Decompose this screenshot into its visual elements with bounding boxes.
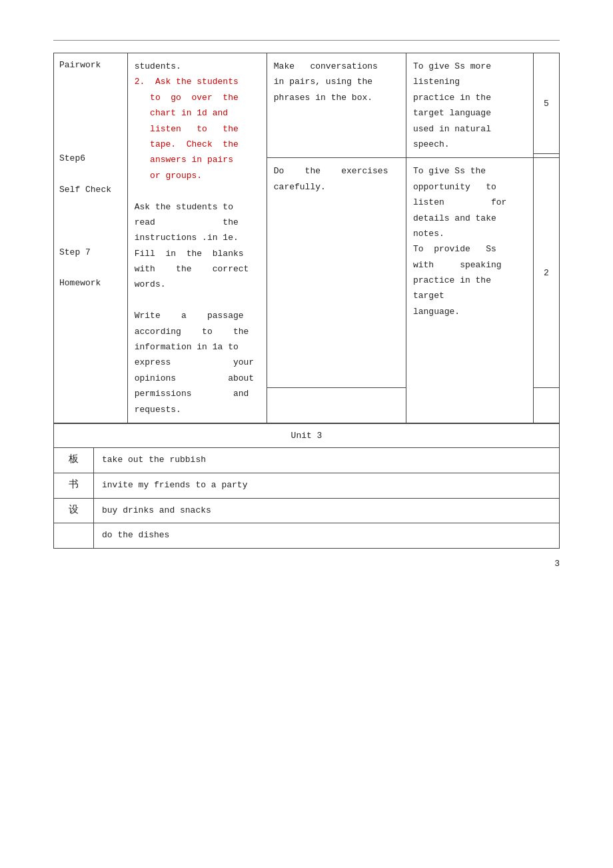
item-text-3: buy drinks and snacks [94,498,560,523]
zh-label-ban: 板 [54,448,94,473]
unit-header-text: Unit 3 [291,431,322,441]
mid-empty [267,388,406,423]
time-5: 5 [533,53,559,154]
item-text-1: take out the rubbish [94,448,560,473]
label-step7: Step 7 [59,247,91,257]
bottom-row-4: do the dishes [54,523,560,549]
label-group: Pairwork Step6 Self Check Step 7 Homewor… [54,53,128,423]
purpose-top: To give Ss more listening practice in th… [406,53,533,158]
zh-label-empty [54,523,94,549]
item-text-4: do the dishes [94,523,560,549]
time-2: 2 [533,158,559,388]
label-homework: Homework [59,278,101,288]
bottom-row-2: 书 invite my friends to a party [54,473,560,499]
page-container: Pairwork students. 2. Ask the students t… [0,0,613,589]
real-table: Pairwork Step6 Self Check Step 7 Homewor… [53,53,560,423]
zh-label-she: 设 [54,498,94,523]
label-pairwork: Pairwork [59,60,101,70]
time-empty-2 [533,388,559,423]
page-number: 3 [554,559,560,569]
bottom-row-3: 设 buy drinks and snacks [54,498,560,523]
red-text-block: 2. Ask the students to go over the chart… [135,77,239,180]
item-text-2: invite my friends to a party [94,473,560,499]
purpose-bottom: To give Ss the opportunity to listen for… [406,158,533,423]
label-self-check: Self Check [59,185,111,195]
top-rule [53,40,560,41]
mid-top: Make conversations in pairs, using the p… [267,53,406,158]
bottom-row-1: 板 take out the rubbish [54,448,560,473]
unit-header-cell: Unit 3 [54,423,560,447]
content-main: students. 2. Ask the students to go over… [127,53,267,423]
zh-label-shu: 书 [54,473,94,499]
label-step6: Step6 [59,153,85,163]
mid-bottom: Do the exercises carefully. [267,158,406,388]
row-pairwork: Pairwork Step6 Self Check Step 7 Homewor… [54,53,560,154]
unit-header-row: Unit 3 [54,423,560,447]
bottom-table: Unit 3 板 take out the rubbish 书 invite m… [53,423,560,549]
